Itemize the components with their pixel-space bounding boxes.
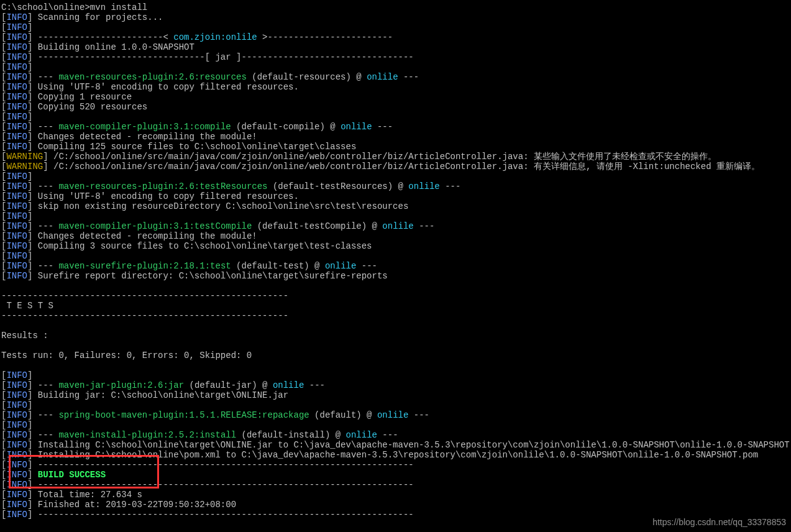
log-line: [INFO] Using 'UTF-8' encoding to copy fi…	[1, 82, 299, 92]
log-line: [INFO] ---------------------------------…	[1, 510, 414, 520]
log-line: [INFO] Scanning for projects...	[1, 12, 163, 22]
tests-separator: ----------------------------------------…	[1, 291, 288, 301]
log-line: [INFO] BUILD SUCCESS	[1, 470, 106, 480]
tests-results: Results :	[1, 331, 48, 341]
blank-line	[1, 360, 6, 370]
prompt-line: C:\school\online>mvn install	[1, 2, 147, 12]
blank-line	[1, 341, 6, 351]
log-line: [INFO] Copying 520 resources	[1, 102, 147, 112]
watermark: https://blog.csdn.net/qq_33378853	[652, 517, 786, 527]
log-line: [INFO] Installing C:\school\online\targe…	[1, 440, 791, 450]
log-line: [INFO]	[1, 22, 32, 32]
build-success: BUILD SUCCESS	[38, 470, 106, 480]
log-line: [INFO] Installing C:\school\online\pom.x…	[1, 450, 758, 460]
log-line: [INFO]	[1, 420, 32, 430]
log-line: [INFO] --- maven-compiler-plugin:3.1:com…	[1, 122, 393, 132]
log-line: [INFO] Finished at: 2019-03-22T09:50:32+…	[1, 500, 236, 510]
tests-title: T E S T S	[1, 301, 53, 311]
log-line: [INFO]	[1, 370, 32, 380]
log-line: [INFO]	[1, 62, 32, 72]
log-line: [INFO] --------------------------------[…	[1, 52, 414, 62]
log-line: [INFO]	[1, 251, 32, 261]
blank-line	[1, 321, 6, 331]
log-line: [INFO] Copying 1 resource	[1, 92, 132, 102]
log-line: [INFO] --- maven-resources-plugin:2.6:te…	[1, 181, 460, 191]
log-line: [INFO] --- maven-resources-plugin:2.6:re…	[1, 72, 419, 82]
blank-line	[1, 281, 6, 291]
log-line: [INFO] Compiling 125 source files to C:\…	[1, 142, 356, 152]
tests-separator: ----------------------------------------…	[1, 311, 288, 321]
log-line: [INFO]	[1, 211, 32, 221]
log-line: [INFO] ---------------------------------…	[1, 460, 414, 470]
log-line: [INFO] Compiling 3 source files to C:\sc…	[1, 241, 372, 251]
log-line: [INFO] Surefire report directory: C:\sch…	[1, 271, 388, 281]
log-line: [INFO]	[1, 112, 32, 122]
terminal-output[interactable]: C:\school\online>mvn install [INFO] Scan…	[0, 0, 791, 520]
log-line: [INFO] ------------------------< com.zjo…	[1, 32, 393, 42]
log-line: [INFO] Building jar: C:\school\online\ta…	[1, 390, 288, 400]
log-line: [INFO] skip non existing resourceDirecto…	[1, 201, 408, 211]
log-line: [INFO] --- maven-surefire-plugin:2.18.1:…	[1, 261, 377, 271]
log-line: [INFO] --- maven-jar-plugin:2.6:jar (def…	[1, 380, 325, 390]
log-line: [INFO]	[1, 172, 32, 181]
log-line: [INFO] Building online 1.0.0-SNAPSHOT	[1, 42, 194, 52]
log-line: [INFO] --- maven-install-plugin:2.5.2:in…	[1, 430, 398, 440]
log-line: [INFO] Using 'UTF-8' encoding to copy fi…	[1, 191, 299, 201]
log-line: [INFO]	[1, 400, 32, 410]
log-line: [INFO] Changes detected - recompiling th…	[1, 132, 257, 142]
log-line: [INFO] --- maven-compiler-plugin:3.1:tes…	[1, 221, 434, 231]
tests-summary: Tests run: 0, Failures: 0, Errors: 0, Sk…	[1, 351, 252, 360]
log-line: [INFO] ---------------------------------…	[1, 480, 414, 490]
log-line: [WARNING] /C:/school/online/src/main/jav…	[1, 162, 760, 172]
log-line: [WARNING] /C:/school/online/src/main/jav…	[1, 152, 716, 162]
log-line: [INFO] Total time: 27.634 s	[1, 490, 142, 500]
log-line: [INFO] --- spring-boot-maven-plugin:1.5.…	[1, 410, 429, 420]
log-line: [INFO] Changes detected - recompiling th…	[1, 231, 257, 241]
